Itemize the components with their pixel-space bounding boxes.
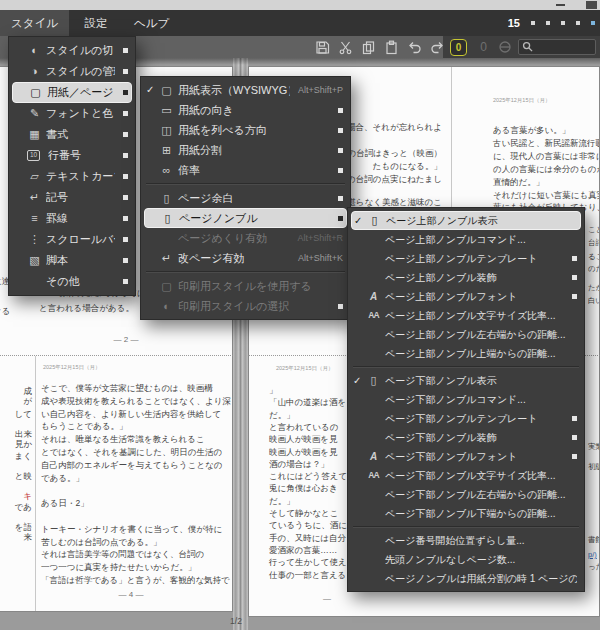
page-lower-left[interactable]: 2025年12月15日（月）そこで、僕等が文芸家に望むものは、映画構成や表現技術… — [0, 356, 233, 612]
style-menu-item-6[interactable]: ▱テキストカーソルとIME — [9, 166, 135, 187]
text-line: 此の台詞の点実にねたまし — [339, 175, 442, 184]
paper-menu-item-11[interactable]: ▢印刷用スタイルを使用する — [141, 276, 350, 296]
menubar-item-style[interactable]: スタイル — [0, 10, 69, 36]
style-switch-icon: ◐ — [27, 45, 42, 56]
style-menu-item-8[interactable]: ≡罫線 — [9, 208, 135, 229]
menubar-item-help[interactable]: ヘルプ — [123, 10, 180, 36]
style-menu-item-7[interactable]: ↵記号 — [9, 187, 135, 208]
menu-item-label: ページノンブル — [179, 213, 330, 224]
menu-item-label: 記号 — [46, 192, 115, 203]
submenu-indicator-icon — [572, 275, 577, 280]
nombre-menu-item-14[interactable]: AAページ下部ノンブル文字サイズ比率... — [348, 466, 584, 485]
window-corner-button[interactable] — [586, 1, 597, 9]
menu-item-label: 改ページ有効 — [178, 253, 290, 264]
style-menu-item-11[interactable]: その他 — [9, 271, 135, 292]
style-menu-item-1[interactable]: ◑スタイルの管理 — [9, 61, 135, 82]
return-icon: ↵ — [27, 192, 42, 203]
nombre-menu-item-16[interactable]: ページ下部ノンブル下端からの距離... — [348, 504, 584, 523]
text-fragment: 見か — [0, 440, 32, 449]
paper-menu-separator — [146, 183, 345, 185]
text-line: の人の言葉には余分のものがない。」 — [493, 165, 600, 174]
style-menu-item-5[interactable]: 10行番号 — [9, 145, 135, 166]
zero-toggle-icon[interactable]: 0 — [476, 39, 491, 54]
nombre-menu-item-15[interactable]: ページ下部ノンブル左右端からの距離... — [348, 485, 584, 504]
circle-minus-icon[interactable] — [498, 40, 512, 58]
text-fragment: が — [0, 397, 32, 406]
nombre-menu-item-6[interactable]: ページ上部ノンブル左右端からの距離... — [348, 325, 584, 344]
minimize-icon[interactable] — [556, 4, 565, 6]
nombre-menu-item-3[interactable]: ページ上部ノンブル装飾 — [348, 268, 584, 287]
style-menu-item-4[interactable]: ▦書式 — [9, 124, 135, 145]
text-line: 成や表現技術を教えられることではなく、より深 — [41, 397, 231, 406]
menu-item-label: ページ上部ノンブル文字サイズ比率... — [385, 311, 577, 321]
page-indicator: 1/2 — [222, 616, 250, 626]
style-menu-item-3[interactable]: ✎フォントと色 — [9, 103, 135, 124]
nombre-menu-item-2[interactable]: ページ上部ノンブルテンプレート — [348, 249, 584, 268]
nombre-menu-item-13[interactable]: Aページ下部ノンブルフォント — [348, 447, 584, 466]
dot-indicator — [546, 21, 550, 25]
menu-item-label: ページ下部ノンブル文字サイズ比率... — [385, 471, 577, 481]
paper-menu-item-7[interactable]: ▯ページノンブル — [144, 208, 347, 228]
redo-icon[interactable] — [429, 39, 445, 55]
paper-menu-item-8[interactable]: ページめくり有効Alt+Shift+R — [141, 228, 350, 248]
menu-item-label: 用紙を列べる方向 — [178, 125, 330, 136]
paper-menu-item-6[interactable]: ▯ページ余白 — [141, 188, 350, 208]
text-line: と言われているの — [269, 423, 338, 432]
cut-icon[interactable] — [337, 39, 353, 55]
nombre-menu-item-20[interactable]: ページノンブルは用紙分割の時 1 ページのみ表示 — [348, 569, 584, 588]
style-menu-item-10[interactable]: ▧脚本 — [9, 250, 135, 271]
text-fragment: 出来 — [0, 430, 32, 439]
search-input[interactable] — [533, 40, 592, 53]
text-fragment: 書館 — [588, 536, 600, 544]
submenu-indicator-icon — [338, 196, 343, 201]
nombre-menu-item-18[interactable]: ページ番号開始位置ずらし量... — [348, 531, 584, 550]
text-fragment: と映 — [0, 472, 32, 481]
nombre-menu-item-1[interactable]: ページ上部ノンブルコマンド... — [348, 230, 584, 249]
save-icon[interactable] — [314, 39, 330, 55]
menu-item-label: ページ下部ノンブルフォント — [385, 452, 564, 462]
menubar: スタイル 設定 ヘルプ 15 — [0, 10, 600, 36]
nombre-menu-item-4[interactable]: Aページ上部ノンブルフォント — [348, 287, 584, 306]
style-menu-item-2[interactable]: ▢用紙／ページ — [12, 82, 132, 103]
text-line: と言われる場合がある。 — [39, 304, 134, 313]
paper-menu-item-4[interactable]: ∞倍率 — [141, 160, 350, 180]
paper-menu-item-3[interactable]: ⊞用紙分割 — [141, 140, 350, 160]
text-line: たものになる。」 — [373, 162, 442, 171]
menu-item-label: 倍率 — [178, 165, 330, 176]
paste-icon[interactable] — [383, 39, 399, 55]
undo-icon[interactable] — [406, 39, 422, 55]
style-menu-item-0[interactable]: ◐スタイルの切り換え — [9, 40, 135, 61]
paper-menu-item-1[interactable]: ▭用紙の向き — [141, 100, 350, 120]
nombre-menu-item-0[interactable]: ✓▯ページ上部ノンブル表示 — [351, 211, 581, 230]
paper-menu-item-9[interactable]: ↵改ページ有効Alt+Shift+K — [141, 248, 350, 268]
nombre-menu-item-19[interactable]: 先頭ノンブルなしページ数... — [348, 550, 584, 569]
submenu-indicator-icon — [572, 454, 577, 459]
paper-menu-item-2[interactable]: ◫用紙を列べる方向 — [141, 120, 350, 140]
page-nombre-submenu: ✓▯ページ上部ノンブル表示ページ上部ノンブルコマンド...ページ上部ノンブルテン… — [347, 207, 585, 592]
text-line: に、現代人の言葉には非常に粉飾が多 — [493, 152, 600, 161]
text-line: 「山中の道楽は酒を — [269, 398, 346, 407]
menu-item-label: 用紙／ページ — [47, 87, 115, 98]
page-date-header: 2025年12月15日（月） — [493, 97, 550, 104]
nombre-menu-item-12[interactable]: ページ下部ノンブル装飾 — [348, 428, 584, 447]
paper-menu-item-12[interactable]: ◐印刷用スタイルの選択 — [141, 296, 350, 316]
submenu-indicator-icon — [338, 304, 343, 309]
search-box[interactable] — [518, 39, 596, 55]
style-menu-item-9[interactable]: ⋮スクロールバー — [9, 229, 135, 250]
menubar-item-settings[interactable]: 設定 — [74, 10, 119, 36]
nombre-menu-item-5[interactable]: AAページ上部ノンブル文字サイズ比率... — [348, 306, 584, 325]
submenu-indicator-icon — [123, 48, 128, 53]
text-line: く場合、それが忘れられよ — [338, 123, 442, 132]
nombre-menu-item-11[interactable]: ページ下部ノンブルテンプレート — [348, 409, 584, 428]
paper-menu-item-0[interactable]: ✓▢用紙表示（WYSIWYG）Alt+Shift+P — [141, 80, 350, 100]
submenu-indicator-icon — [338, 148, 343, 153]
page-date-header: 2025年12月15日（月） — [276, 365, 333, 372]
nombre-menu-item-9[interactable]: ✓▯ページ下部ノンブル表示 — [348, 371, 584, 390]
text-line: 「言語は哲学である」と言うが、客観的な気持で — [41, 576, 230, 585]
copy-icon[interactable] — [360, 39, 376, 55]
zero-toggle-active-icon[interactable]: 0 — [450, 39, 467, 56]
nombre-menu-item-7[interactable]: ページ上部ノンブル上端からの距離... — [348, 344, 584, 363]
submenu-indicator-icon — [123, 279, 128, 284]
nombre-menu-item-10[interactable]: ページ下部ノンブルコマンド... — [348, 390, 584, 409]
menu-item-label: ページ上部ノンブルフォント — [385, 292, 564, 302]
